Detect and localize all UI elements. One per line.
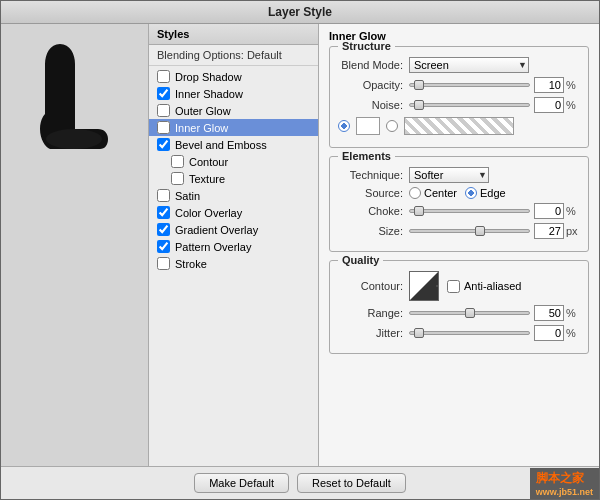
- choke-thumb[interactable]: [414, 206, 424, 216]
- jitter-thumb[interactable]: [414, 328, 424, 338]
- blending-options-item[interactable]: Blending Options: Default: [149, 45, 318, 66]
- structure-title: Structure: [338, 40, 395, 52]
- technique-wrapper[interactable]: SofterPrecise ▼: [409, 167, 489, 183]
- technique-row: Technique: SofterPrecise ▼: [338, 167, 580, 183]
- color-swatch[interactable]: [356, 117, 380, 135]
- sidebar-item-pattern-overlay[interactable]: Pattern Overlay: [149, 238, 318, 255]
- checkbox-satin[interactable]: [157, 189, 170, 202]
- size-slider[interactable]: [409, 229, 530, 233]
- opacity-input[interactable]: 10: [534, 77, 564, 93]
- jitter-unit: %: [566, 327, 580, 339]
- opacity-thumb[interactable]: [414, 80, 424, 90]
- range-label: Range:: [338, 307, 403, 319]
- sidebar-item-drop-shadow[interactable]: Drop Shadow: [149, 68, 318, 85]
- styles-header: Styles: [149, 24, 318, 45]
- jitter-input[interactable]: 0: [534, 325, 564, 341]
- jitter-slider[interactable]: [409, 331, 530, 335]
- sidebar-item-satin[interactable]: Satin: [149, 187, 318, 204]
- sidebar-item-contour[interactable]: Contour: [149, 153, 318, 170]
- blend-mode-select[interactable]: NormalDissolveDarkenMultiplyScreenOverla…: [409, 57, 529, 73]
- blending-options-label: Blending Options: Default: [157, 49, 282, 61]
- noise-row: Noise: 0 %: [338, 97, 580, 113]
- watermark-line1: 脚本之家: [536, 470, 593, 487]
- preview-panel: [1, 24, 149, 466]
- radio-gradient-color[interactable]: [386, 120, 398, 132]
- elements-section: Elements Technique: SofterPrecise ▼ Sour…: [329, 156, 589, 252]
- range-slider[interactable]: [409, 311, 530, 315]
- quality-title: Quality: [338, 254, 383, 266]
- dialog-footer: Make Default Reset to Default: [1, 466, 599, 499]
- checkbox-inner-shadow[interactable]: [157, 87, 170, 100]
- label-color-overlay: Color Overlay: [175, 207, 242, 219]
- size-label: Size:: [338, 225, 403, 237]
- choke-label: Choke:: [338, 205, 403, 217]
- radio-edge[interactable]: [465, 187, 477, 199]
- radio-center[interactable]: [409, 187, 421, 199]
- edge-label: Edge: [480, 187, 506, 199]
- center-label: Center: [424, 187, 457, 199]
- gradient-swatch[interactable]: [404, 117, 514, 135]
- checkbox-outer-glow[interactable]: [157, 104, 170, 117]
- checkbox-gradient-overlay[interactable]: [157, 223, 170, 236]
- range-input[interactable]: 50: [534, 305, 564, 321]
- sidebar-item-inner-glow[interactable]: Inner Glow: [149, 119, 318, 136]
- source-row: Source: Center Edge: [338, 187, 580, 199]
- size-thumb[interactable]: [475, 226, 485, 236]
- checkbox-bevel-emboss[interactable]: [157, 138, 170, 151]
- anti-aliased-checkbox[interactable]: [447, 280, 460, 293]
- noise-thumb[interactable]: [414, 100, 424, 110]
- checkbox-pattern-overlay[interactable]: [157, 240, 170, 253]
- contour-preview[interactable]: [409, 271, 439, 301]
- noise-input[interactable]: 0: [534, 97, 564, 113]
- source-label: Source:: [338, 187, 403, 199]
- label-outer-glow: Outer Glow: [175, 105, 231, 117]
- checkbox-color-overlay[interactable]: [157, 206, 170, 219]
- choke-input[interactable]: 0: [534, 203, 564, 219]
- anti-aliased-row: Anti-aliased: [447, 280, 521, 293]
- label-texture: Texture: [189, 173, 225, 185]
- styles-list: Drop ShadowInner ShadowOuter GlowInner G…: [149, 66, 318, 466]
- jitter-label: Jitter:: [338, 327, 403, 339]
- contour-row: Contour: Anti-aliased: [338, 271, 580, 301]
- elements-title: Elements: [338, 150, 395, 162]
- elements-content: Technique: SofterPrecise ▼ Source: Cente…: [338, 167, 580, 239]
- size-input[interactable]: 27: [534, 223, 564, 239]
- blend-mode-wrapper[interactable]: NormalDissolveDarkenMultiplyScreenOverla…: [409, 57, 529, 73]
- sidebar-item-outer-glow[interactable]: Outer Glow: [149, 102, 318, 119]
- sidebar-item-gradient-overlay[interactable]: Gradient Overlay: [149, 221, 318, 238]
- reset-to-default-button[interactable]: Reset to Default: [297, 473, 406, 493]
- size-row: Size: 27 px: [338, 223, 580, 239]
- radio-solid-color[interactable]: [338, 120, 350, 132]
- make-default-button[interactable]: Make Default: [194, 473, 289, 493]
- opacity-label: Opacity:: [338, 79, 403, 91]
- sidebar-item-stroke[interactable]: Stroke: [149, 255, 318, 272]
- sidebar-item-inner-shadow[interactable]: Inner Shadow: [149, 85, 318, 102]
- anti-aliased-label: Anti-aliased: [464, 280, 521, 292]
- sidebar-item-bevel-emboss[interactable]: Bevel and Emboss: [149, 136, 318, 153]
- styles-panel: Styles Blending Options: Default Drop Sh…: [149, 24, 319, 466]
- size-unit: px: [566, 225, 580, 237]
- jitter-row: Jitter: 0 %: [338, 325, 580, 341]
- checkbox-stroke[interactable]: [157, 257, 170, 270]
- technique-select[interactable]: SofterPrecise: [409, 167, 489, 183]
- noise-slider[interactable]: [409, 103, 530, 107]
- blend-mode-label: Blend Mode:: [338, 59, 403, 71]
- technique-label: Technique:: [338, 169, 403, 181]
- sidebar-item-texture[interactable]: Texture: [149, 170, 318, 187]
- svg-point-0: [46, 129, 102, 149]
- structure-section: Structure Blend Mode: NormalDissolveDark…: [329, 46, 589, 148]
- checkbox-drop-shadow[interactable]: [157, 70, 170, 83]
- opacity-slider[interactable]: [409, 83, 530, 87]
- label-bevel-emboss: Bevel and Emboss: [175, 139, 267, 151]
- checkbox-inner-glow[interactable]: [157, 121, 170, 134]
- label-inner-glow: Inner Glow: [175, 122, 228, 134]
- color-row: [338, 117, 580, 135]
- range-thumb[interactable]: [465, 308, 475, 318]
- structure-content: Blend Mode: NormalDissolveDarkenMultiply…: [338, 57, 580, 135]
- sidebar-item-color-overlay[interactable]: Color Overlay: [149, 204, 318, 221]
- checkbox-contour[interactable]: [171, 155, 184, 168]
- checkbox-texture[interactable]: [171, 172, 184, 185]
- range-row: Range: 50 %: [338, 305, 580, 321]
- watermark-line2: www.jb51.net: [536, 487, 593, 497]
- choke-slider[interactable]: [409, 209, 530, 213]
